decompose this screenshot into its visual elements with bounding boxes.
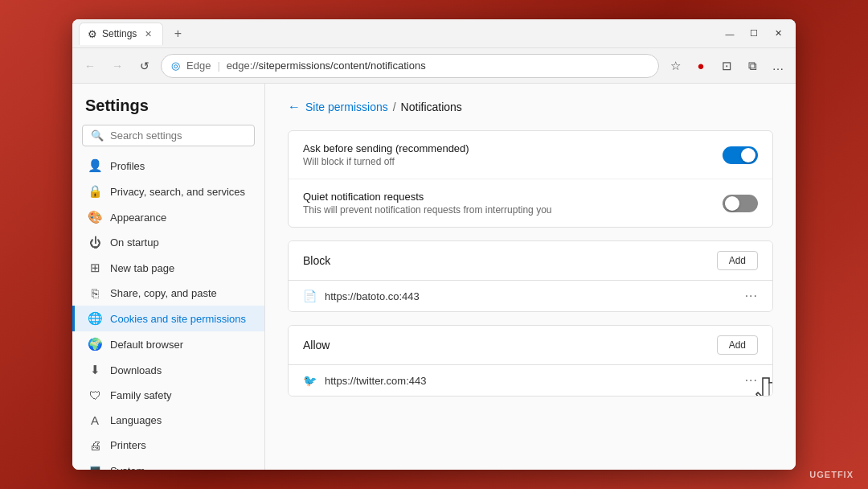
brand-label: Edge — [186, 60, 211, 72]
sidebar-item-share[interactable]: ⎘ Share, copy, and paste — [72, 281, 264, 306]
forward-button[interactable]: → — [106, 55, 129, 77]
more-menu-button[interactable]: … — [767, 55, 789, 77]
ask-title: Ask before sending (recommended) — [303, 142, 723, 154]
ask-before-sending-row: Ask before sending (recommended) Will bl… — [289, 131, 772, 179]
block-card: Block Add 📄 https://batoto.co:443 ··· — [288, 240, 773, 312]
appearance-icon: 🎨 — [88, 210, 102, 224]
browser-window: ⚙ Settings ✕ + — ☐ ✕ ← → ↺ ◎ Edge | edge… — [72, 19, 796, 470]
appearance-label: Appearance — [110, 212, 166, 224]
address-separator: | — [217, 60, 219, 72]
family-icon: 🛡 — [88, 388, 102, 402]
share-icon: ⎘ — [88, 286, 102, 300]
close-button[interactable]: ✕ — [767, 25, 789, 43]
window-controls: — ☐ ✕ — [719, 25, 789, 43]
search-input[interactable] — [110, 129, 246, 142]
sidebar-item-privacy[interactable]: 🔒 Privacy, search, and services — [72, 179, 264, 204]
sidebar-item-appearance[interactable]: 🎨 Appearance — [72, 204, 264, 230]
sidebar-item-new-tab[interactable]: ⊞ New tab page — [72, 255, 264, 281]
minimize-button[interactable]: — — [719, 25, 741, 43]
star-icon[interactable]: ☆ — [664, 55, 686, 77]
sidebar-title: Settings — [72, 84, 264, 121]
block-site-icon: 📄 — [303, 290, 317, 302]
printers-label: Printers — [110, 439, 146, 451]
default-browser-label: Default browser — [110, 339, 183, 351]
block-site-url: https://batoto.co:443 — [325, 290, 737, 302]
allow-card: Allow Add 🐦 https://twitter.com:443 ··· — [288, 325, 773, 397]
downloads-icon: ⬇ — [88, 363, 102, 377]
edge-icon: ◎ — [171, 60, 180, 72]
bookmark-icon[interactable]: ⊡ — [715, 55, 738, 77]
sidebar-item-on-startup[interactable]: ⏻ On startup — [72, 230, 264, 255]
family-label: Family safety — [110, 389, 172, 401]
sidebar-item-downloads[interactable]: ⬇ Downloads — [72, 357, 264, 383]
allow-header: Allow Add — [289, 326, 772, 365]
quiet-text: Quiet notification requests This will pr… — [303, 191, 723, 216]
opera-icon[interactable]: ● — [690, 55, 712, 77]
search-icon: 🔍 — [91, 129, 104, 142]
block-more-button[interactable]: ··· — [745, 289, 758, 303]
address-field[interactable]: ◎ Edge | edge://sitepermissions/content/… — [161, 54, 659, 78]
new-tab-button[interactable]: + — [168, 24, 187, 43]
svg-rect-0 — [769, 383, 773, 397]
printers-icon: 🖨 — [88, 438, 102, 452]
sidebar-item-cookies[interactable]: 🌐 Cookies and site permissions — [72, 306, 264, 331]
sidebar-item-profiles[interactable]: 👤 Profiles — [72, 153, 264, 179]
breadcrumb-separator: / — [393, 101, 396, 113]
tab-label: Settings — [102, 28, 137, 39]
content-area: ← Site permissions / Notifications Ask b… — [265, 84, 796, 470]
downloads-label: Downloads — [110, 364, 162, 376]
sidebar-item-languages[interactable]: A Languages — [72, 408, 264, 433]
sidebar-item-system[interactable]: 💻 System — [72, 458, 264, 470]
block-add-button[interactable]: Add — [717, 251, 758, 270]
notifications-card: Ask before sending (recommended) Will bl… — [288, 130, 773, 228]
privacy-label: Privacy, search, and services — [110, 186, 245, 198]
profiles-label: Profiles — [110, 160, 145, 172]
system-label: System — [110, 465, 145, 471]
languages-icon: A — [88, 413, 102, 427]
breadcrumb-back-arrow[interactable]: ← — [288, 100, 301, 114]
privacy-icon: 🔒 — [88, 184, 102, 199]
ask-text: Ask before sending (recommended) Will bl… — [303, 142, 723, 167]
quiet-title: Quiet notification requests — [303, 191, 723, 203]
sidebar-item-default-browser[interactable]: 🌍 Default browser — [72, 331, 264, 357]
watermark: UGETFIX — [809, 470, 854, 479]
sidebar-item-printers[interactable]: 🖨 Printers — [72, 433, 264, 458]
main-content: Settings 🔍 👤 Profiles 🔒 Privacy, search,… — [72, 84, 796, 470]
sidebar: Settings 🔍 👤 Profiles 🔒 Privacy, search,… — [72, 84, 265, 470]
back-button[interactable]: ← — [79, 55, 101, 77]
newtab-label: New tab page — [110, 262, 174, 274]
languages-label: Languages — [110, 414, 162, 426]
maximize-button[interactable]: ☐ — [743, 25, 765, 43]
share-label: Share, copy, and paste — [110, 287, 217, 299]
tab-close-button[interactable]: ✕ — [141, 27, 154, 40]
twitter-icon: 🐦 — [303, 374, 317, 387]
block-header: Block Add — [289, 241, 772, 281]
quiet-subtitle: This will prevent notification requests … — [303, 204, 723, 216]
startup-icon: ⏻ — [88, 236, 102, 249]
settings-tab[interactable]: ⚙ Settings ✕ — [79, 23, 163, 45]
breadcrumb-site-permissions-link[interactable]: Site permissions — [305, 101, 388, 113]
system-icon: 💻 — [88, 463, 102, 470]
allow-more-button[interactable]: ··· — [745, 373, 758, 388]
ask-subtitle: Will block if turned off — [303, 156, 723, 167]
breadcrumb-current-page: Notifications — [401, 101, 462, 113]
search-box[interactable]: 🔍 — [82, 125, 255, 146]
quiet-notifications-row: Quiet notification requests This will pr… — [289, 179, 772, 227]
allow-site-url: https://twitter.com:443 — [325, 375, 737, 387]
quiet-toggle[interactable] — [723, 195, 758, 212]
ask-toggle[interactable] — [723, 146, 758, 164]
refresh-button[interactable]: ↺ — [133, 55, 156, 77]
gear-icon: ⚙ — [88, 28, 97, 40]
newtab-icon: ⊞ — [88, 261, 102, 275]
sidebar-item-family-safety[interactable]: 🛡 Family safety — [72, 383, 264, 408]
extension-icon[interactable]: ⧉ — [741, 55, 764, 77]
address-url: edge://sitepermissions/content/notificat… — [227, 60, 426, 72]
title-bar: ⚙ Settings ✕ + — ☐ ✕ — [72, 19, 796, 48]
block-site-row: 📄 https://batoto.co:443 ··· — [289, 281, 772, 311]
allow-site-row: 🐦 https://twitter.com:443 ··· — [289, 365, 772, 396]
breadcrumb: ← Site permissions / Notifications — [288, 100, 773, 114]
tab-area: ⚙ Settings ✕ + — [79, 23, 719, 45]
toggle-thumb-ask — [741, 148, 755, 162]
allow-add-button[interactable]: Add — [717, 335, 758, 355]
startup-label: On startup — [110, 236, 159, 249]
